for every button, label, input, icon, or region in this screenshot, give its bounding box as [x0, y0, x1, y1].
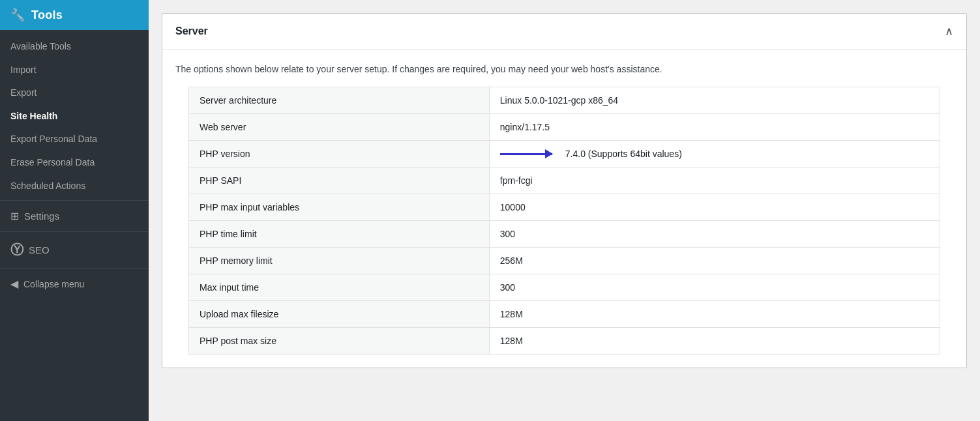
section-header: Server ∧ [162, 14, 966, 50]
available-tools-label: Available Tools [10, 40, 71, 53]
row-label: PHP SAPI [189, 167, 490, 194]
section-description: The options shown below relate to your s… [162, 50, 966, 87]
row-label: PHP memory limit [189, 248, 490, 274]
sidebar-header-title: Tools [31, 8, 63, 22]
collapse-section-button[interactable]: ∧ [945, 24, 953, 38]
settings-label: Settings [24, 210, 59, 222]
sidebar-divider-1 [0, 200, 149, 201]
export-personal-data-label: Export Personal Data [10, 133, 97, 146]
php-version-value: 7.4.0 (Supports 64bit values) [565, 149, 682, 159]
table-row: PHP version7.4.0 (Supports 64bit values) [189, 141, 940, 167]
row-value: 7.4.0 (Supports 64bit values) [489, 141, 940, 167]
row-label: PHP max input variables [189, 194, 490, 221]
row-value: 10000 [489, 194, 940, 221]
row-label: Server architecture [189, 87, 490, 114]
main-content: Server ∧ The options shown below relate … [149, 0, 980, 421]
sidebar-item-settings[interactable]: ⊞ Settings [0, 203, 149, 229]
sidebar-item-export[interactable]: Export [0, 81, 149, 105]
server-section: Server ∧ The options shown below relate … [162, 13, 967, 368]
row-value: fpm-fcgi [489, 167, 940, 194]
sidebar-item-import[interactable]: Import [0, 59, 149, 82]
server-info-table: Server architectureLinux 5.0.0-1021-gcp … [188, 87, 940, 355]
row-value: 256M [489, 248, 940, 274]
collapse-menu-button[interactable]: ◀ Collapse menu [0, 271, 149, 297]
row-label: Max input time [189, 274, 490, 301]
row-value: 128M [489, 301, 940, 328]
server-info-table-wrapper: Server architectureLinux 5.0.0-1021-gcp … [162, 87, 966, 368]
collapse-menu-label: Collapse menu [23, 279, 84, 289]
row-label: Web server [189, 114, 490, 141]
row-value: Linux 5.0.0-1021-gcp x86_64 [489, 87, 940, 114]
sidebar: 🔧 Tools Available Tools Import Export Si… [0, 0, 149, 421]
table-row: Server architectureLinux 5.0.0-1021-gcp … [189, 87, 940, 114]
sidebar-item-site-health[interactable]: Site Health [0, 105, 149, 128]
sidebar-divider-3 [0, 268, 149, 269]
row-label: PHP time limit [189, 221, 490, 248]
table-row: PHP max input variables10000 [189, 194, 940, 221]
collapse-menu-icon: ◀ [10, 278, 18, 290]
row-value: 300 [489, 274, 940, 301]
sidebar-header: 🔧 Tools [0, 0, 149, 30]
table-row: Max input time300 [189, 274, 940, 301]
row-label: PHP version [189, 141, 490, 167]
php-version-arrow-annotation [500, 153, 552, 155]
row-value: 300 [489, 221, 940, 248]
export-label: Export [10, 87, 37, 100]
row-label: Upload max filesize [189, 301, 490, 328]
site-health-label: Site Health [10, 110, 57, 123]
sidebar-item-erase-personal-data[interactable]: Erase Personal Data [0, 151, 149, 175]
row-label: PHP post max size [189, 328, 490, 355]
table-row: PHP post max size128M [189, 328, 940, 355]
seo-label: SEO [29, 244, 50, 255]
row-value: 128M [489, 328, 940, 355]
table-row: PHP memory limit256M [189, 248, 940, 274]
arrow-line [500, 153, 552, 155]
table-row: PHP SAPIfpm-fcgi [189, 167, 940, 194]
erase-personal-data-label: Erase Personal Data [10, 156, 95, 169]
import-label: Import [10, 64, 37, 77]
table-row: Web servernginx/1.17.5 [189, 114, 940, 141]
sidebar-item-export-personal-data[interactable]: Export Personal Data [0, 128, 149, 151]
table-row: PHP time limit300 [189, 221, 940, 248]
section-title: Server [175, 25, 208, 37]
scheduled-actions-label: Scheduled Actions [10, 180, 85, 193]
sidebar-item-seo[interactable]: Ⓨ SEO [0, 235, 149, 265]
table-row: Upload max filesize128M [189, 301, 940, 328]
sidebar-nav: Available Tools Import Export Site Healt… [0, 30, 149, 421]
settings-icon: ⊞ [10, 210, 19, 222]
sidebar-item-scheduled-actions[interactable]: Scheduled Actions [0, 175, 149, 198]
sidebar-item-available-tools[interactable]: Available Tools [0, 35, 149, 59]
tools-icon: 🔧 [10, 8, 25, 22]
seo-icon: Ⓨ [10, 241, 23, 259]
sidebar-divider-2 [0, 231, 149, 232]
row-value: nginx/1.17.5 [489, 114, 940, 141]
